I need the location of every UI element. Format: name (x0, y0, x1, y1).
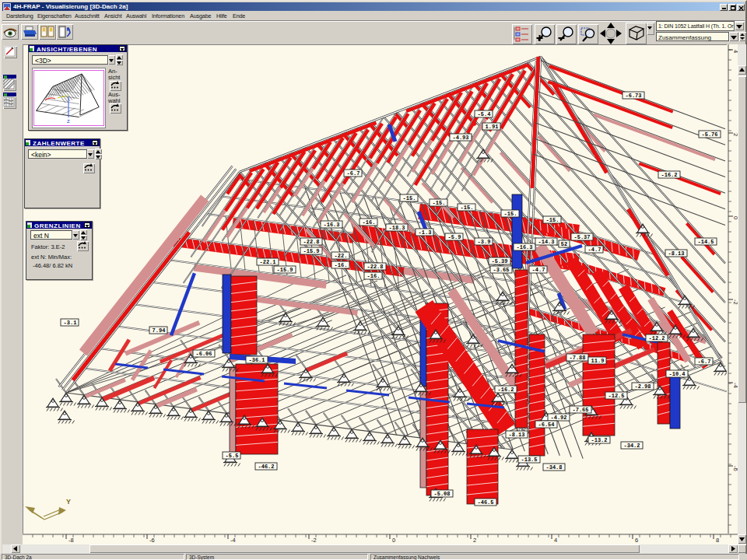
svg-text:-4.7: -4.7 (588, 247, 601, 253)
svg-text:-2: -2 (311, 537, 317, 544)
svg-text:-15.: -15. (461, 205, 474, 211)
svg-text:-15.9: -15.9 (303, 248, 319, 254)
svg-text:-15.: -15. (546, 217, 559, 223)
svg-text:Y: Y (66, 498, 71, 506)
svg-text:-13.2: -13.2 (591, 437, 607, 443)
svg-text:-1.3: -1.3 (419, 229, 432, 236)
svg-text:-4: -4 (230, 537, 236, 544)
svg-text:6: 6 (635, 537, 638, 544)
svg-text:-6.7: -6.7 (698, 359, 711, 365)
svg-text:-13.5: -13.5 (521, 457, 537, 463)
svg-text:-4.7: -4.7 (532, 267, 545, 273)
svg-text:0: 0 (732, 216, 738, 219)
svg-text:-22.8: -22.8 (366, 264, 383, 270)
svg-text:-8.13: -8.13 (668, 250, 684, 257)
svg-text:-5.5: -5.5 (226, 453, 239, 459)
svg-text:-5.76: -5.76 (701, 131, 717, 138)
svg-text:-6: -6 (732, 466, 738, 471)
svg-text:8: 8 (716, 537, 719, 544)
svg-text:-5.4: -5.4 (478, 111, 491, 117)
svg-text:-16.: -16. (335, 262, 348, 268)
svg-text:-16.3: -16.3 (516, 244, 532, 250)
svg-text:-4: -4 (732, 383, 738, 388)
svg-text:-5.08: -5.08 (433, 491, 450, 497)
svg-text:1.91: 1.91 (486, 124, 499, 130)
svg-text:-2.98: -2.98 (634, 383, 651, 390)
svg-text:-22.: -22. (335, 253, 348, 259)
svg-text:-15.: -15. (403, 195, 416, 201)
svg-text:-6.7: -6.7 (347, 170, 360, 177)
svg-text:11.9: 11.9 (591, 358, 605, 364)
svg-text:-12.5: -12.5 (608, 393, 624, 399)
svg-text:-46.2: -46.2 (258, 464, 274, 470)
svg-text:-7.65: -7.65 (572, 407, 588, 413)
svg-text:-22.8: -22.8 (303, 239, 319, 245)
svg-text:-3.65: -3.65 (493, 267, 509, 273)
svg-text:-4.93: -4.93 (452, 135, 468, 141)
svg-text:-16.: -16. (367, 273, 381, 279)
svg-text:-34.8: -34.8 (545, 464, 562, 471)
svg-text:-16.2: -16.2 (661, 172, 677, 178)
svg-text:-3.1: -3.1 (64, 320, 77, 326)
svg-text:-15.9: -15.9 (276, 267, 293, 273)
svg-text:-5.9: -5.9 (448, 234, 461, 240)
svg-text:-8: -8 (68, 537, 74, 544)
svg-text:-6.73: -6.73 (625, 93, 641, 99)
svg-text:-3.9: -3.9 (478, 239, 491, 245)
svg-text:-10.4: -10.4 (668, 371, 685, 377)
svg-text:-8.13: -8.13 (508, 432, 524, 438)
svg-text:-5.37: -5.37 (573, 234, 590, 240)
svg-text:-15.: -15. (433, 200, 446, 206)
svg-text:-7.88: -7.88 (569, 355, 585, 361)
svg-text:-34.2: -34.2 (623, 443, 640, 449)
svg-text:-6: -6 (149, 537, 155, 544)
svg-text:-4.92: -4.92 (550, 415, 566, 421)
svg-text:7.94: 7.94 (153, 327, 166, 334)
svg-text:-6.54: -6.54 (538, 422, 554, 428)
svg-text:-15.: -15. (504, 211, 517, 217)
svg-text:-36.1: -36.1 (248, 357, 265, 363)
svg-text:Z: Z (67, 119, 70, 124)
svg-text:2: 2 (473, 537, 476, 544)
svg-text:-18.3: -18.3 (388, 225, 405, 231)
svg-text:-46.5: -46.5 (477, 499, 493, 506)
svg-text:-16.: -16. (363, 219, 376, 226)
svg-text:-6.06: -6.06 (195, 351, 212, 357)
svg-text:0: 0 (392, 537, 395, 544)
svg-text:-14.3: -14.3 (538, 239, 554, 245)
svg-text:-12.2: -12.2 (648, 335, 665, 341)
svg-text:4: 4 (732, 50, 738, 53)
svg-text:-14.5: -14.5 (697, 239, 714, 245)
svg-text:2: 2 (732, 133, 738, 136)
svg-text:-5.39: -5.39 (491, 258, 507, 264)
svg-text:-16.2: -16.2 (497, 387, 514, 393)
svg-text:-16.3: -16.3 (323, 222, 339, 228)
svg-text:-2: -2 (732, 299, 738, 305)
svg-text:-22.1: -22.1 (259, 259, 275, 265)
svg-text:4: 4 (554, 537, 557, 544)
svg-text:52: 52 (561, 241, 567, 247)
svg-text:X: X (23, 499, 23, 507)
